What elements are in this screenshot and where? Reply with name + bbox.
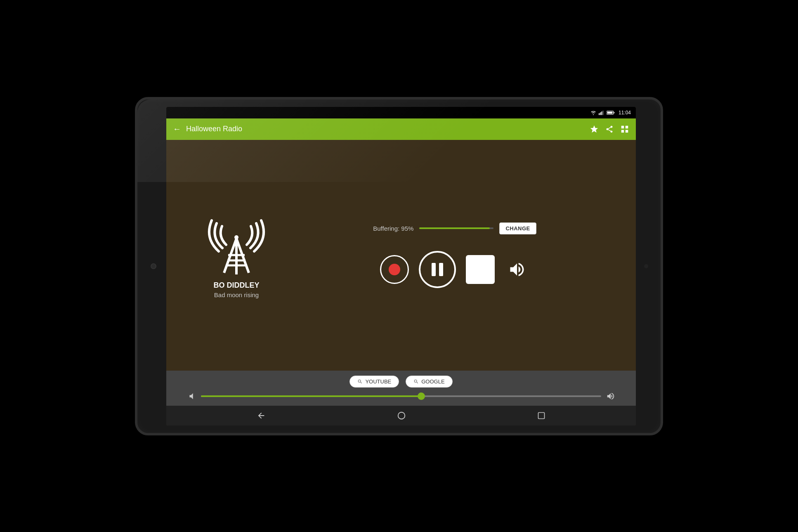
record-button[interactable] (380, 255, 409, 284)
buffer-fill (419, 227, 490, 229)
tablet-device: 11:04 ← Halloween Radio (135, 97, 663, 435)
search-icon (357, 379, 363, 384)
status-icons: 11:04 (590, 110, 631, 116)
svg-rect-2 (601, 111, 602, 115)
search-icon-2 (413, 379, 419, 384)
grid-icon[interactable] (620, 125, 629, 134)
volume-button[interactable] (505, 257, 529, 282)
wifi-icon (590, 110, 597, 115)
record-dot (389, 264, 400, 275)
share-icon[interactable] (605, 125, 614, 134)
volume-icon (508, 260, 526, 279)
back-button[interactable]: ← (173, 124, 181, 134)
svg-rect-5 (614, 112, 614, 113)
controls-area: Buffering: 95% CHANGE (290, 222, 619, 288)
app-bar-actions (590, 125, 629, 134)
app-bar: ← Halloween Radio (166, 118, 636, 140)
volume-high-icon (606, 392, 615, 401)
svg-point-13 (234, 235, 238, 239)
buffer-bar (419, 227, 493, 229)
pause-bar-left (432, 263, 436, 276)
change-button[interactable]: CHANGE (499, 222, 536, 234)
nav-bar (166, 406, 636, 426)
volume-row (175, 392, 628, 401)
front-camera (151, 263, 156, 269)
buffering-text: Buffering: 95% (373, 225, 413, 232)
status-bar: 11:04 (166, 107, 636, 118)
main-content: BO DIDDLEY Bad moon rising Buffering: 95… (166, 140, 636, 371)
volume-thumb (418, 392, 425, 400)
svg-rect-6 (607, 111, 613, 113)
back-nav-button[interactable] (257, 411, 266, 420)
signal-icon (599, 110, 604, 115)
buffering-row: Buffering: 95% CHANGE (290, 222, 619, 234)
track-title: Bad moon rising (214, 291, 259, 298)
recents-nav-button[interactable] (537, 411, 545, 420)
volume-slider[interactable] (201, 395, 601, 397)
svg-rect-15 (538, 412, 545, 419)
speaker (644, 264, 648, 268)
pause-bar-right (439, 263, 443, 276)
youtube-label: YOUTUBE (365, 378, 391, 385)
bottom-bar: YOUTUBE GOOGLE (166, 371, 636, 406)
volume-low-icon (187, 392, 196, 401)
google-search-button[interactable]: GOOGLE (406, 376, 452, 388)
playback-buttons (380, 251, 529, 288)
battery-icon (607, 110, 615, 115)
search-buttons: YOUTUBE GOOGLE (175, 376, 628, 388)
pause-button[interactable] (419, 251, 456, 288)
svg-rect-3 (602, 111, 603, 115)
volume-fill (201, 395, 421, 397)
google-label: GOOGLE (421, 378, 444, 385)
svg-rect-0 (599, 113, 600, 115)
youtube-search-button[interactable]: YOUTUBE (349, 376, 399, 388)
svg-point-14 (398, 412, 405, 419)
stop-button[interactable] (466, 255, 495, 284)
favorite-icon[interactable] (590, 125, 599, 134)
home-nav-button[interactable] (397, 411, 406, 420)
station-art: BO DIDDLEY Bad moon rising (183, 212, 290, 298)
screen: 11:04 ← Halloween Radio (166, 107, 636, 426)
app-title: Halloween Radio (186, 125, 585, 133)
track-artist: BO DIDDLEY (213, 281, 259, 290)
radio-tower-icon (203, 212, 269, 278)
svg-rect-1 (600, 112, 601, 115)
status-time: 11:04 (619, 110, 631, 116)
